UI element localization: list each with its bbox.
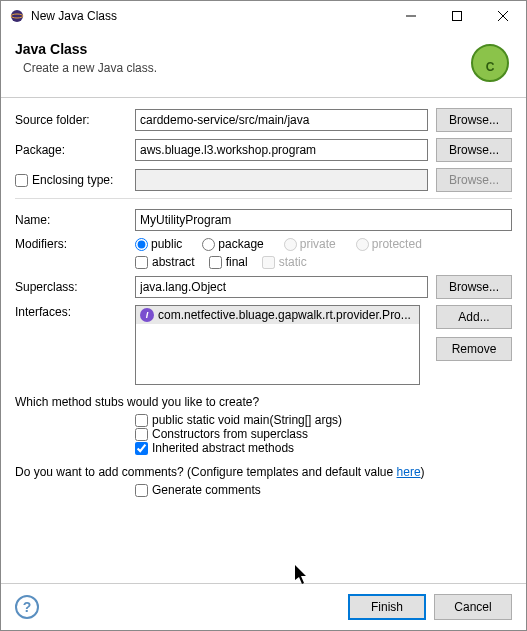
modifier-public-radio[interactable]: public — [135, 237, 182, 251]
modifier-package-radio[interactable]: package — [202, 237, 263, 251]
minimize-button[interactable] — [388, 1, 434, 31]
superclass-label: Superclass: — [15, 280, 135, 294]
maximize-button[interactable] — [434, 1, 480, 31]
source-folder-label: Source folder: — [15, 113, 135, 127]
package-label: Package: — [15, 143, 135, 157]
browse-superclass-button[interactable]: Browse... — [436, 275, 512, 299]
svg-text:C: C — [486, 60, 495, 74]
name-label: Name: — [15, 213, 135, 227]
browse-package-button[interactable]: Browse... — [436, 138, 512, 162]
superclass-input[interactable] — [135, 276, 428, 298]
generate-comments-checkbox[interactable]: Generate comments — [135, 483, 498, 497]
enclosing-type-checkbox[interactable]: Enclosing type: — [15, 173, 121, 187]
add-interface-button[interactable]: Add... — [436, 305, 512, 329]
wizard-header: Java Class Create a new Java class. C — [1, 31, 526, 98]
package-input[interactable] — [135, 139, 428, 161]
stubs-question: Which method stubs would you like to cre… — [15, 395, 512, 409]
cancel-button[interactable]: Cancel — [434, 594, 512, 620]
stub-main-checkbox[interactable]: public static void main(String[] args) — [135, 413, 498, 427]
modifier-private-radio: private — [284, 237, 336, 251]
interfaces-list[interactable]: I com.netfective.bluage.gapwalk.rt.provi… — [135, 305, 420, 385]
source-folder-input[interactable] — [135, 109, 428, 131]
modifier-static-checkbox: static — [262, 255, 307, 269]
interface-item-label: com.netfective.bluage.gapwalk.rt.provide… — [158, 308, 411, 322]
browse-enclosing-button: Browse... — [436, 168, 512, 192]
svg-rect-3 — [453, 12, 462, 21]
finish-button[interactable]: Finish — [348, 594, 426, 620]
enclosing-type-input — [135, 169, 428, 191]
window-title: New Java Class — [31, 9, 388, 23]
list-item[interactable]: I com.netfective.bluage.gapwalk.rt.provi… — [136, 306, 419, 324]
stub-inherited-checkbox[interactable]: Inherited abstract methods — [135, 441, 498, 455]
configure-templates-link[interactable]: here — [397, 465, 421, 479]
title-bar: New Java Class — [1, 1, 526, 31]
modifier-abstract-checkbox[interactable]: abstract — [135, 255, 195, 269]
svg-point-0 — [11, 10, 23, 22]
stub-constructors-checkbox[interactable]: Constructors from superclass — [135, 427, 498, 441]
interfaces-label: Interfaces: — [15, 305, 135, 319]
close-button[interactable] — [480, 1, 526, 31]
page-title: Java Class — [15, 41, 468, 57]
eclipse-icon — [9, 8, 25, 24]
remove-interface-button[interactable]: Remove — [436, 337, 512, 361]
interface-icon: I — [140, 308, 154, 322]
browse-source-button[interactable]: Browse... — [436, 108, 512, 132]
class-wizard-icon: C — [468, 41, 512, 85]
comments-question: Do you want to add comments? (Configure … — [15, 465, 512, 479]
name-input[interactable] — [135, 209, 512, 231]
help-button[interactable]: ? — [15, 595, 39, 619]
modifiers-label: Modifiers: — [15, 237, 135, 251]
page-subtitle: Create a new Java class. — [15, 61, 468, 75]
dialog-footer: ? Finish Cancel — [1, 583, 526, 630]
modifier-final-checkbox[interactable]: final — [209, 255, 248, 269]
modifier-protected-radio: protected — [356, 237, 422, 251]
